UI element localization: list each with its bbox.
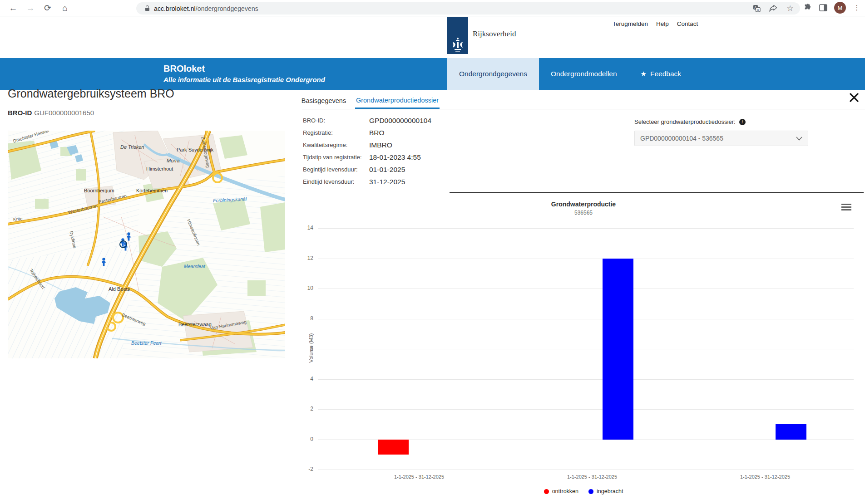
reload-icon[interactable]: ⟳ [41, 1, 54, 15]
dossier-selector-label-text: Selecteer grondwaterproductiedossier: [634, 118, 736, 125]
gridline [318, 319, 854, 319]
field-value: 31-12-2025 [369, 178, 405, 186]
y-axis-tick: -2 [295, 466, 313, 472]
extensions-puzzle-icon[interactable] [803, 3, 812, 12]
field-label: Eindtijd levensduur: [303, 178, 369, 185]
field-label: Tijdstip van registratie: [303, 154, 369, 161]
legend-label: onttrokken [552, 488, 578, 494]
detail-field-row: BRO-ID:GPD000000000104 [303, 114, 431, 127]
chart-menu-icon[interactable] [841, 204, 851, 212]
chevron-down-icon [796, 135, 802, 142]
detail-field-row: Begintijd levensduur:01-01-2025 [303, 163, 431, 176]
legend-item-onttrokken[interactable]: onttrokken [544, 488, 578, 494]
lock-icon [145, 8, 149, 11]
field-value: IMBRO [369, 141, 392, 149]
legend-dot-icon [544, 489, 549, 494]
nav-item-label: Ondergrondmodellen [551, 70, 617, 78]
detail-tabs: BasisgegevensGrondwaterproductiedossier [302, 93, 865, 109]
field-value: 01-01-2025 [369, 166, 405, 174]
bro-id-line: BRO-IDGUF000000001650 [8, 109, 94, 117]
share-icon[interactable] [769, 4, 778, 13]
nav-item-ondergrondmodellen[interactable]: Ondergrondmodellen [539, 58, 629, 90]
map-label-boornbergum: Boornbergum [84, 188, 114, 193]
screen: ← → ⟳ ⌂ acc.broloket.nl/ondergrondgegeve… [0, 0, 865, 504]
header-link-terugmelden[interactable]: Terugmelden [613, 20, 648, 27]
address-bar[interactable]: acc.broloket.nl/ondergrondgegevens Aa ☆ [136, 2, 800, 15]
map-label-krite: Krite [13, 216, 23, 222]
map-label-kortehemmen: Kortehemmen [136, 188, 168, 193]
gridline [318, 409, 854, 410]
nav-item-ondergrondgegevens[interactable]: Ondergrondgegevens [447, 58, 539, 90]
info-icon[interactable]: i [739, 119, 746, 125]
dossier-select-value: GPD000000000104 - 536565 [640, 135, 723, 142]
header-link-help[interactable]: Help [656, 20, 669, 27]
field-label: Begintijd levensduur: [303, 166, 369, 173]
grondwaterproductie-chart: Grondwaterproductie 536565 Volume (M3) 1… [302, 193, 865, 503]
tab-basisgegevens[interactable]: Basisgegevens [303, 93, 345, 109]
translate-icon[interactable]: Aa [752, 4, 761, 13]
map-label-beetsterzwaag: Beetsterzwaag [178, 322, 212, 327]
gridline [318, 349, 854, 349]
map-label-mearsfeat: Mearsfeat [184, 264, 205, 269]
y-axis-tick: 10 [295, 285, 313, 291]
y-axis-tick: 6 [295, 345, 313, 352]
y-axis-tick: 2 [295, 406, 313, 412]
bar-ingebracht-cat3[interactable] [776, 424, 806, 439]
brand-title[interactable]: BROloket [163, 64, 205, 74]
section-divider [450, 192, 864, 193]
profile-avatar[interactable]: M [834, 2, 846, 14]
gridline [318, 289, 854, 289]
map-label-himsterhout: Himsterhout [146, 166, 173, 171]
bookmark-star-icon[interactable]: ☆ [786, 4, 795, 13]
gridline [318, 470, 854, 470]
main-navigation: BROloket Alle informatie uit de Basisreg… [0, 58, 865, 90]
nav-item-label: Ondergrondgegevens [459, 70, 527, 78]
rijksoverheid-logo [447, 17, 468, 54]
back-icon[interactable]: ← [6, 1, 20, 15]
nav-item-label: Feedback [650, 70, 681, 78]
detail-field-row: Kwaliteitsregime:IMBRO [303, 139, 431, 151]
gridline [318, 228, 854, 229]
map-label-beetster-feart: Beetster Feart [131, 340, 162, 346]
y-axis-tick: 8 [295, 315, 313, 322]
field-value: 18-01-2023 4:55 [369, 153, 421, 161]
dossier-select[interactable]: GPD000000000104 - 536565 [634, 131, 808, 146]
map-label-de-trisken: De Trisken [120, 144, 144, 150]
url-text[interactable]: acc.broloket.nl/ondergrondgegevens [154, 5, 258, 12]
forward-icon[interactable]: → [24, 1, 37, 15]
site-header: Rijksoverheid TerugmeldenHelpContact [0, 17, 865, 58]
detail-fields: BRO-ID:GPD000000000104Registratie:BROKwa… [303, 114, 431, 188]
logo-wordmark: Rijksoverheid [473, 29, 516, 39]
y-axis-tick: 12 [295, 255, 313, 261]
topographic-map[interactable]: Drachtster HeaweiDe TriskenPark Suydenwi… [8, 131, 285, 358]
nav-item-feedback[interactable]: ★Feedback [629, 58, 693, 90]
tab-grondwaterproductiedossier[interactable]: Grondwaterproductiedossier [355, 93, 440, 109]
bro-id-label: BRO-ID [8, 109, 32, 117]
chart-subtitle: 536565 [302, 210, 865, 216]
bro-id-value: GUF000000001650 [34, 109, 94, 117]
dossier-selector-label: Selecteer grondwaterproductiedossier: i [634, 118, 746, 125]
chart-legend: onttrokkeningebracht [302, 488, 865, 494]
detail-field-row: Tijdstip van registratie:18-01-2023 4:55 [303, 151, 431, 163]
map-label-ald-beets: Ald Beets [109, 286, 130, 292]
selected-location-ring[interactable] [119, 240, 127, 248]
header-link-contact[interactable]: Contact [677, 20, 698, 27]
legend-item-ingebracht[interactable]: ingebracht [588, 488, 623, 494]
header-links: TerugmeldenHelpContact [613, 20, 698, 27]
browser-toolbar: ← → ⟳ ⌂ acc.broloket.nl/ondergrondgegeve… [0, 0, 865, 16]
side-panel-icon[interactable] [819, 3, 828, 12]
bar-ingebracht-cat2[interactable] [603, 259, 633, 440]
y-axis-tick: 14 [295, 225, 313, 231]
legend-label: ingebracht [597, 488, 623, 494]
detail-field-row: Registratie:BRO [303, 127, 431, 139]
field-label: Registratie: [303, 129, 369, 136]
home-icon[interactable]: ⌂ [58, 1, 72, 15]
x-axis-label: 1-1-2025 - 31-12-2025 [524, 474, 660, 480]
browser-menu-icon[interactable]: ⋮ [852, 3, 861, 12]
bar-onttrokken-cat1[interactable] [378, 440, 409, 455]
rijksoverheid-crest-icon [450, 36, 465, 54]
x-axis-label: 1-1-2025 - 31-12-2025 [697, 474, 833, 480]
page-title: Grondwatergebruiksysteem BRO [8, 87, 174, 100]
detail-field-row: Eindtijd levensduur:31-12-2025 [303, 176, 431, 188]
x-axis-label: 1-1-2025 - 31-12-2025 [351, 474, 487, 480]
